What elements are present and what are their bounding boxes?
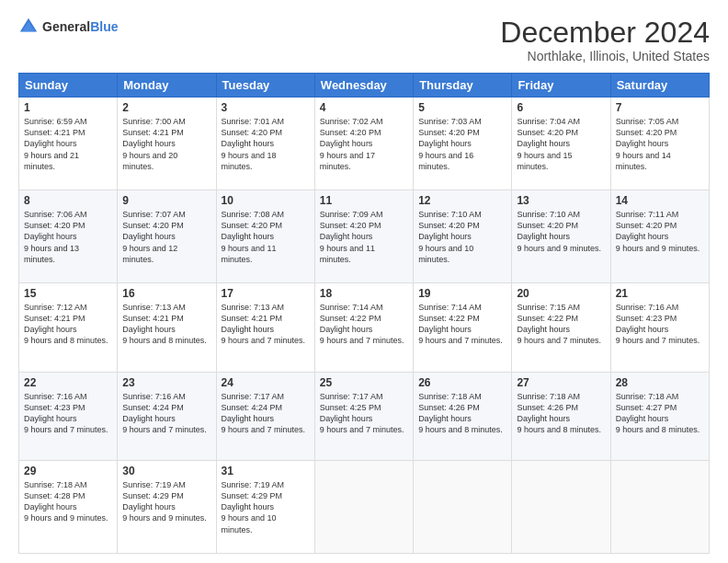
location: Northlake, Illinois, United States xyxy=(500,49,710,63)
day-content: Sunrise: 7:06 AM Sunset: 4:20 PM Dayligh… xyxy=(24,209,112,265)
logo-blue-text: Blue xyxy=(90,19,118,35)
calendar-cell: 23 Sunrise: 7:16 AM Sunset: 4:24 PM Dayl… xyxy=(118,372,216,461)
day-content: Sunrise: 7:07 AM Sunset: 4:20 PM Dayligh… xyxy=(122,209,210,265)
day-content: Sunrise: 7:04 AM Sunset: 4:20 PM Dayligh… xyxy=(517,116,605,172)
calendar-cell: 8 Sunrise: 7:06 AM Sunset: 4:20 PM Dayli… xyxy=(19,190,118,283)
calendar-cell: 6 Sunrise: 7:04 AM Sunset: 4:20 PM Dayli… xyxy=(512,98,610,190)
calendar-cell: 3 Sunrise: 7:01 AM Sunset: 4:20 PM Dayli… xyxy=(216,98,314,190)
calendar-cell xyxy=(512,461,610,554)
day-content: Sunrise: 7:08 AM Sunset: 4:20 PM Dayligh… xyxy=(222,209,310,265)
weekday-header-sunday: Sunday xyxy=(19,74,118,98)
day-content: Sunrise: 7:13 AM Sunset: 4:21 PM Dayligh… xyxy=(122,302,210,347)
calendar-cell: 25 Sunrise: 7:17 AM Sunset: 4:25 PM Dayl… xyxy=(314,372,413,461)
calendar-cell: 29 Sunrise: 7:18 AM Sunset: 4:28 PM Dayl… xyxy=(19,461,118,554)
week-row-4: 22 Sunrise: 7:16 AM Sunset: 4:23 PM Dayl… xyxy=(19,372,710,461)
day-content: Sunrise: 7:10 AM Sunset: 4:20 PM Dayligh… xyxy=(418,209,506,265)
title-section: December 2024 Northlake, Illinois, Unite… xyxy=(500,17,710,63)
day-number: 28 xyxy=(616,376,704,389)
weekday-header-monday: Monday xyxy=(118,74,216,98)
day-number: 16 xyxy=(122,287,210,300)
day-content: Sunrise: 7:18 AM Sunset: 4:27 PM Dayligh… xyxy=(616,391,704,436)
day-content: Sunrise: 7:16 AM Sunset: 4:24 PM Dayligh… xyxy=(122,391,210,436)
day-number: 22 xyxy=(24,376,112,389)
calendar-cell: 20 Sunrise: 7:15 AM Sunset: 4:22 PM Dayl… xyxy=(512,283,610,373)
day-number: 24 xyxy=(222,376,310,389)
calendar-cell: 15 Sunrise: 7:12 AM Sunset: 4:21 PM Dayl… xyxy=(19,283,118,373)
day-content: Sunrise: 7:11 AM Sunset: 4:20 PM Dayligh… xyxy=(616,209,704,254)
calendar-table: SundayMondayTuesdayWednesdayThursdayFrid… xyxy=(18,73,710,554)
day-number: 18 xyxy=(320,287,408,300)
day-content: Sunrise: 7:18 AM Sunset: 4:26 PM Dayligh… xyxy=(418,391,506,436)
day-number: 7 xyxy=(616,101,704,114)
day-content: Sunrise: 7:19 AM Sunset: 4:29 PM Dayligh… xyxy=(222,479,310,535)
day-content: Sunrise: 7:13 AM Sunset: 4:21 PM Dayligh… xyxy=(222,302,310,347)
day-number: 8 xyxy=(24,194,112,207)
calendar-cell: 2 Sunrise: 7:00 AM Sunset: 4:21 PM Dayli… xyxy=(118,98,216,190)
day-number: 1 xyxy=(24,101,112,114)
day-content: Sunrise: 7:12 AM Sunset: 4:21 PM Dayligh… xyxy=(24,302,112,347)
day-number: 14 xyxy=(616,194,704,207)
day-content: Sunrise: 7:14 AM Sunset: 4:22 PM Dayligh… xyxy=(418,302,506,347)
day-number: 17 xyxy=(222,287,310,300)
calendar-cell: 28 Sunrise: 7:18 AM Sunset: 4:27 PM Dayl… xyxy=(610,372,709,461)
day-content: Sunrise: 7:03 AM Sunset: 4:20 PM Dayligh… xyxy=(418,116,506,172)
day-content: Sunrise: 7:00 AM Sunset: 4:21 PM Dayligh… xyxy=(122,116,210,172)
header: General Blue December 2024 Northlake, Il… xyxy=(18,17,710,63)
logo-general-text: General xyxy=(42,19,90,35)
page: General Blue December 2024 Northlake, Il… xyxy=(0,0,728,563)
day-number: 19 xyxy=(418,287,506,300)
calendar-cell: 18 Sunrise: 7:14 AM Sunset: 4:22 PM Dayl… xyxy=(314,283,413,373)
day-content: Sunrise: 7:15 AM Sunset: 4:22 PM Dayligh… xyxy=(517,302,605,347)
day-number: 3 xyxy=(222,101,310,114)
day-number: 27 xyxy=(517,376,605,389)
day-number: 6 xyxy=(517,101,605,114)
day-content: Sunrise: 7:17 AM Sunset: 4:24 PM Dayligh… xyxy=(222,391,310,436)
calendar-cell: 27 Sunrise: 7:18 AM Sunset: 4:26 PM Dayl… xyxy=(512,372,610,461)
day-number: 12 xyxy=(418,194,506,207)
weekday-header-thursday: Thursday xyxy=(414,74,512,98)
day-number: 30 xyxy=(122,465,210,477)
weekday-header-wednesday: Wednesday xyxy=(314,74,413,98)
logo-icon xyxy=(18,17,39,37)
weekday-header-friday: Friday xyxy=(512,74,610,98)
calendar-cell: 16 Sunrise: 7:13 AM Sunset: 4:21 PM Dayl… xyxy=(118,283,216,373)
week-row-2: 8 Sunrise: 7:06 AM Sunset: 4:20 PM Dayli… xyxy=(19,190,710,283)
day-content: Sunrise: 7:01 AM Sunset: 4:20 PM Dayligh… xyxy=(222,116,310,172)
day-number: 15 xyxy=(24,287,112,300)
week-row-3: 15 Sunrise: 7:12 AM Sunset: 4:21 PM Dayl… xyxy=(19,283,710,373)
calendar-cell: 22 Sunrise: 7:16 AM Sunset: 4:23 PM Dayl… xyxy=(19,372,118,461)
calendar-cell: 7 Sunrise: 7:05 AM Sunset: 4:20 PM Dayli… xyxy=(610,98,709,190)
day-number: 9 xyxy=(122,194,210,207)
calendar-cell: 1 Sunrise: 6:59 AM Sunset: 4:21 PM Dayli… xyxy=(19,98,118,190)
day-content: Sunrise: 7:19 AM Sunset: 4:29 PM Dayligh… xyxy=(122,479,210,524)
day-content: Sunrise: 7:09 AM Sunset: 4:20 PM Dayligh… xyxy=(320,209,408,265)
day-number: 29 xyxy=(24,465,112,477)
day-number: 2 xyxy=(122,101,210,114)
weekday-header-tuesday: Tuesday xyxy=(216,74,314,98)
day-content: Sunrise: 7:16 AM Sunset: 4:23 PM Dayligh… xyxy=(24,391,112,436)
calendar-cell: 11 Sunrise: 7:09 AM Sunset: 4:20 PM Dayl… xyxy=(314,190,413,283)
week-row-5: 29 Sunrise: 7:18 AM Sunset: 4:28 PM Dayl… xyxy=(19,461,710,554)
day-content: Sunrise: 7:18 AM Sunset: 4:26 PM Dayligh… xyxy=(517,391,605,436)
calendar-cell: 12 Sunrise: 7:10 AM Sunset: 4:20 PM Dayl… xyxy=(414,190,512,283)
calendar-cell xyxy=(314,461,413,554)
calendar-cell: 17 Sunrise: 7:13 AM Sunset: 4:21 PM Dayl… xyxy=(216,283,314,373)
calendar-cell xyxy=(414,461,512,554)
calendar-cell: 10 Sunrise: 7:08 AM Sunset: 4:20 PM Dayl… xyxy=(216,190,314,283)
day-content: Sunrise: 7:02 AM Sunset: 4:20 PM Dayligh… xyxy=(320,116,408,172)
calendar-cell: 13 Sunrise: 7:10 AM Sunset: 4:20 PM Dayl… xyxy=(512,190,610,283)
month-title: December 2024 xyxy=(500,17,710,49)
calendar-cell: 26 Sunrise: 7:18 AM Sunset: 4:26 PM Dayl… xyxy=(414,372,512,461)
day-number: 4 xyxy=(320,101,408,114)
day-number: 26 xyxy=(418,376,506,389)
day-number: 11 xyxy=(320,194,408,207)
day-number: 21 xyxy=(616,287,704,300)
day-number: 31 xyxy=(222,465,310,477)
day-number: 5 xyxy=(418,101,506,114)
day-number: 13 xyxy=(517,194,605,207)
calendar-cell: 19 Sunrise: 7:14 AM Sunset: 4:22 PM Dayl… xyxy=(414,283,512,373)
calendar-cell xyxy=(610,461,709,554)
calendar-cell: 24 Sunrise: 7:17 AM Sunset: 4:24 PM Dayl… xyxy=(216,372,314,461)
day-content: Sunrise: 7:10 AM Sunset: 4:20 PM Dayligh… xyxy=(517,209,605,254)
calendar-cell: 30 Sunrise: 7:19 AM Sunset: 4:29 PM Dayl… xyxy=(118,461,216,554)
